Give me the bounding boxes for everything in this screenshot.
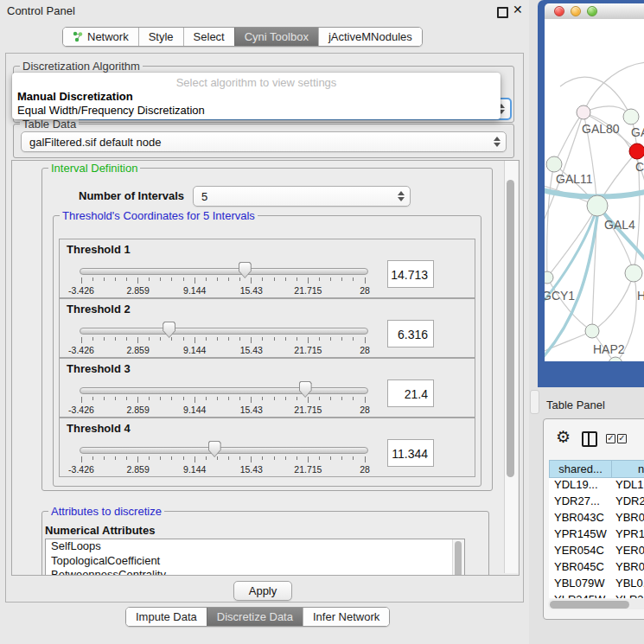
- cell-name[interactable]: YDL1...: [612, 478, 644, 494]
- network-node[interactable]: [545, 271, 553, 284]
- threshold-slider[interactable]: -3.4262.8599.14415.4321.71528: [80, 376, 373, 414]
- cell-shared-name[interactable]: YLR345W: [549, 593, 612, 598]
- threshold-value-field[interactable]: 21.4: [387, 379, 434, 407]
- table-row[interactable]: YBR045CYBR0...: [549, 560, 644, 577]
- network-node[interactable]: [587, 195, 608, 216]
- slider-thumb[interactable]: [208, 441, 221, 457]
- scrollbar-thumb[interactable]: [550, 601, 629, 609]
- attribute-list-item[interactable]: SelfLoops: [46, 539, 464, 554]
- slider-thumb[interactable]: [299, 381, 312, 398]
- float-window-icon[interactable]: [497, 7, 508, 18]
- network-view-window: GAL80GACGAL11GAL4GCY1HAHAP2: [538, 0, 644, 387]
- tab-label: Impute Data: [136, 610, 197, 623]
- traffic-light-minimize-icon[interactable]: [571, 6, 581, 16]
- tab-select[interactable]: Select: [183, 28, 234, 46]
- attributes-list-scrollbar[interactable]: [452, 539, 464, 576]
- threshold-value-field[interactable]: 6.316: [387, 320, 434, 348]
- network-window-titlebar[interactable]: [545, 3, 644, 20]
- dropdown-item-manual-discretization[interactable]: Manual Discretization: [17, 90, 133, 103]
- table-row[interactable]: YDR27...YDR2...: [549, 494, 644, 511]
- split-table-icon[interactable]: [582, 431, 597, 447]
- scrollbar-thumb[interactable]: [507, 180, 514, 477]
- table-data-combobox[interactable]: galFiltered.sif default node: [21, 131, 507, 152]
- cell-name[interactable]: YBL0...: [612, 577, 644, 593]
- dropdown-prompt-item[interactable]: Select algorithm to view settings: [12, 76, 501, 89]
- network-node[interactable]: [546, 156, 562, 172]
- cell-shared-name[interactable]: YDL19...: [549, 478, 612, 494]
- tab-impute-data[interactable]: Impute Data: [126, 608, 207, 626]
- column-header-shared-name[interactable]: shared...: [549, 460, 612, 478]
- threshold-slider[interactable]: -3.4262.8599.14415.4321.71528: [80, 257, 373, 295]
- table-horizontal-scrollbar[interactable]: [548, 599, 644, 609]
- network-edge[interactable]: [547, 206, 597, 277]
- cell-shared-name[interactable]: YBL079W: [549, 577, 612, 593]
- cell-shared-name[interactable]: YBR045C: [549, 560, 612, 577]
- cell-name[interactable]: YPR1...: [612, 527, 644, 544]
- tab-infer-network[interactable]: Infer Network: [303, 608, 389, 626]
- number-of-intervals-combobox[interactable]: 5: [193, 186, 411, 207]
- tab-discretize-data[interactable]: Discretize Data: [207, 608, 303, 626]
- threshold-slider[interactable]: -3.4262.8599.14415.4321.71528: [80, 436, 373, 474]
- table-row[interactable]: YLR345WYLR3...: [549, 593, 644, 598]
- tab-style[interactable]: Style: [138, 28, 183, 46]
- cell-shared-name[interactable]: YER054C: [549, 544, 612, 560]
- slider-track[interactable]: [80, 268, 368, 275]
- cell-name[interactable]: YBR0...: [612, 511, 644, 527]
- apply-button[interactable]: Apply: [233, 581, 292, 601]
- cell-name[interactable]: YLR3...: [612, 593, 644, 598]
- tab-jactivemnodules[interactable]: jActiveMNodules: [318, 28, 422, 46]
- checkbox-icon[interactable]: ✓: [606, 434, 615, 443]
- slider-tick-labels: -3.4262.8599.14415.4321.71528: [81, 285, 365, 295]
- network-edge[interactable]: [560, 77, 631, 117]
- interval-definition-group: Interval Definition Number of Intervals …: [41, 168, 493, 491]
- cell-shared-name[interactable]: YBR043C: [549, 511, 612, 527]
- tab-cyni-toolbox[interactable]: Cyni Toolbox: [234, 28, 318, 46]
- slider-track[interactable]: [80, 328, 368, 335]
- network-edge[interactable]: [592, 273, 634, 331]
- close-icon[interactable]: ✕: [513, 3, 523, 16]
- scrollbar-thumb[interactable]: [455, 541, 462, 576]
- network-node[interactable]: [625, 265, 642, 282]
- network-node[interactable]: [585, 324, 599, 338]
- network-node[interactable]: [577, 105, 590, 119]
- slider-thumb[interactable]: [239, 262, 252, 278]
- slider-track[interactable]: [80, 387, 368, 394]
- network-edge-highlighted[interactable]: [599, 207, 644, 265]
- numerical-attributes-list[interactable]: SelfLoopsTopologicalCoefficientBetweenne…: [45, 539, 465, 576]
- column-header-name[interactable]: n...: [612, 460, 644, 478]
- settings-panel-scrollbar[interactable]: [504, 161, 518, 573]
- cell-name[interactable]: YDR2...: [612, 494, 644, 511]
- slider-track[interactable]: [80, 447, 368, 454]
- table-row[interactable]: YPR145WYPR1...: [549, 527, 644, 544]
- checkbox-icon[interactable]: ✓: [617, 434, 627, 443]
- cell-name[interactable]: YER0...: [612, 544, 644, 560]
- threshold-value-field[interactable]: 14.713: [387, 260, 434, 288]
- attribute-list-item[interactable]: TopologicalCoefficient: [46, 554, 464, 569]
- slider-thumb[interactable]: [163, 322, 175, 338]
- attribute-list-item[interactable]: BetweennessCentrality: [46, 568, 464, 576]
- dropdown-item-equal-width-frequency[interactable]: Equal Width/Frequency Discretization: [17, 104, 205, 117]
- threshold-slider[interactable]: -3.4262.8599.14415.4321.71528: [80, 316, 373, 354]
- table-row[interactable]: YBL079WYBL0...: [549, 577, 644, 593]
- traffic-light-zoom-icon[interactable]: [587, 6, 597, 16]
- network-edge[interactable]: [583, 62, 644, 112]
- table-row[interactable]: YBR043CYBR0...: [549, 511, 644, 527]
- cell-shared-name[interactable]: YPR145W: [549, 527, 612, 544]
- traffic-light-close-icon[interactable]: [554, 6, 564, 16]
- network-edge[interactable]: [545, 331, 592, 353]
- cell-shared-name[interactable]: YDR27...: [549, 494, 612, 511]
- network-edge-highlighted[interactable]: [545, 209, 598, 361]
- network-node[interactable]: [623, 109, 639, 124]
- table-row[interactable]: YDL19...YDL1...: [549, 478, 644, 494]
- threshold-value-field[interactable]: 11.344: [387, 439, 434, 467]
- cell-name[interactable]: YBR0...: [612, 560, 644, 577]
- network-canvas[interactable]: GAL80GACGAL11GAL4GCY1HAHAP2: [545, 19, 644, 361]
- network-edge[interactable]: [547, 164, 554, 277]
- table-row[interactable]: YER054CYER0...: [549, 544, 644, 560]
- tab-network[interactable]: Network: [63, 28, 138, 46]
- table-panel: ⚙ ✓ ✓ shared... n... YDL19...YDL1...YDR2…: [543, 418, 644, 620]
- network-edge[interactable]: [547, 277, 592, 331]
- splitter-grip[interactable]: [530, 390, 539, 414]
- settings-gear-icon[interactable]: ⚙: [556, 427, 571, 446]
- network-node[interactable]: [629, 143, 644, 159]
